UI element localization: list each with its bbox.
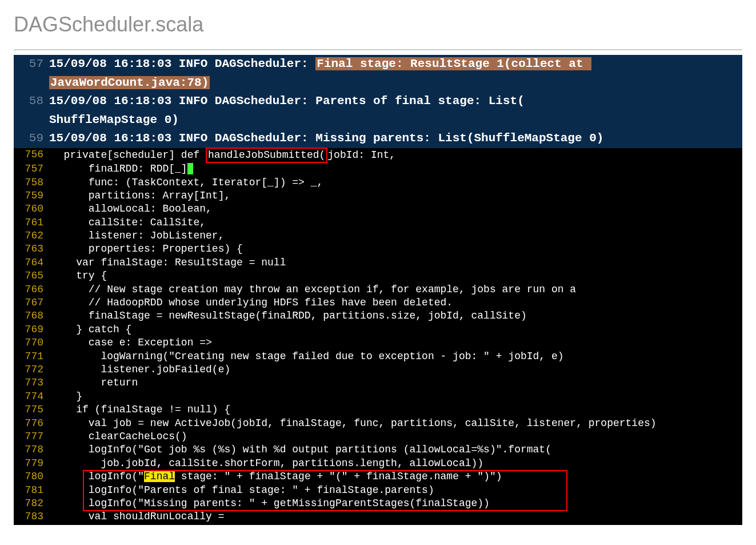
code-line-text[interactable]: listener.jobFailed(e) [51, 363, 742, 376]
code-line-number: 770 [14, 336, 51, 349]
cursor: , [187, 163, 194, 174]
log-line-number: 59 [14, 129, 49, 148]
code-line-number: 758 [14, 176, 51, 189]
code-line-number: 756 [14, 148, 51, 162]
code-row[interactable]: 780 logInfo("Final stage: " + finalStage… [14, 470, 742, 483]
code-line-number: 771 [14, 350, 51, 363]
code-row[interactable]: 760 allowLocal: Boolean, [14, 202, 742, 216]
code-line-text[interactable]: val job = new ActiveJob(jobId, finalStag… [51, 417, 742, 430]
code-line-number: 782 [14, 497, 51, 510]
code-line-text[interactable]: logWarning("Creating new stage failed du… [51, 350, 742, 363]
code-row[interactable]: 756 private[scheduler] def handleJobSubm… [14, 148, 742, 162]
code-line-text[interactable]: clearCacheLocs() [51, 430, 742, 443]
code-row[interactable]: 757 finalRDD: RDD[_], [14, 162, 742, 176]
code-line-number: 761 [14, 216, 51, 229]
code-line-number: 778 [14, 443, 51, 456]
log-line-number: 57 [14, 55, 49, 92]
code-row[interactable]: 761 callSite: CallSite, [14, 216, 742, 229]
code-line-text[interactable]: func: (TaskContext, Iterator[_]) => _, [51, 176, 742, 189]
code-editor[interactable]: 756 private[scheduler] def handleJobSubm… [14, 148, 742, 525]
code-line-number: 775 [14, 403, 51, 416]
code-line-text[interactable]: listener: JobListener, [51, 229, 742, 242]
code-row[interactable]: 770 case e: Exception => [14, 336, 742, 349]
code-line-number: 759 [14, 189, 51, 202]
code-line-text[interactable]: val shouldRunLocally = [51, 510, 742, 523]
search-highlight: Final [144, 471, 175, 482]
code-row[interactable]: 772 listener.jobFailed(e) [14, 363, 742, 376]
code-line-text[interactable]: callSite: CallSite, [51, 216, 742, 229]
code-line-number: 765 [14, 269, 51, 283]
code-line-number: 767 [14, 296, 51, 309]
code-row[interactable]: 774 } [14, 390, 742, 403]
code-line-number: 776 [14, 417, 51, 430]
code-line-text[interactable]: logInfo("Missing parents: " + getMissing… [51, 497, 742, 510]
code-line-number: 781 [14, 484, 51, 497]
code-row[interactable]: 759 partitions: Array[Int], [14, 189, 742, 202]
log-row: 5815/09/08 16:18:03 INFO DAGScheduler: P… [14, 92, 742, 129]
code-line-text[interactable]: if (finalStage != null) { [51, 403, 742, 416]
code-line-text[interactable]: allowLocal: Boolean, [51, 202, 742, 216]
code-line-text[interactable]: return [51, 376, 742, 389]
code-line-text[interactable]: try { [51, 269, 742, 283]
code-line-text[interactable]: private[scheduler] def handleJobSubmitte… [51, 148, 742, 162]
code-row[interactable]: 769 } catch { [14, 323, 742, 336]
log-row: 5715/09/08 16:18:03 INFO DAGScheduler: F… [14, 55, 742, 92]
code-line-number: 757 [14, 162, 51, 176]
code-row[interactable]: 758 func: (TaskContext, Iterator[_]) => … [14, 176, 742, 189]
code-line-text[interactable]: logInfo("Got job %s (%s) with %d output … [51, 443, 742, 456]
code-line-number: 760 [14, 202, 51, 216]
code-row[interactable]: 778 logInfo("Got job %s (%s) with %d out… [14, 443, 742, 456]
code-row[interactable]: 783 val shouldRunLocally = [14, 510, 742, 523]
code-line-text[interactable]: var finalStage: ResultStage = null [51, 256, 742, 269]
code-line-number: 769 [14, 323, 51, 336]
code-line-number: 766 [14, 283, 51, 296]
code-line-text[interactable]: properties: Properties) { [51, 242, 742, 256]
divider [14, 49, 742, 50]
code-line-number: 777 [14, 430, 51, 443]
code-line-text[interactable]: case e: Exception => [51, 336, 742, 349]
code-row[interactable]: 765 try { [14, 269, 742, 283]
code-line-text[interactable]: logInfo("Parents of final stage: " + fin… [51, 484, 742, 497]
code-line-number: 762 [14, 229, 51, 242]
code-line-text[interactable]: // HadoopRDD whose underlying HDFS files… [51, 296, 742, 309]
code-line-text[interactable]: finalStage = newResultStage(finalRDD, pa… [51, 309, 742, 323]
code-row[interactable]: 767 // HadoopRDD whose underlying HDFS f… [14, 296, 742, 309]
code-line-number: 764 [14, 256, 51, 269]
code-line-number: 763 [14, 242, 51, 256]
log-line-text: 15/09/08 16:18:03 INFO DAGScheduler: Mis… [49, 129, 742, 148]
code-line-number: 780 [14, 470, 51, 483]
log-line-text: 15/09/08 16:18:03 INFO DAGScheduler: Par… [49, 92, 742, 129]
code-row[interactable]: 775 if (finalStage != null) { [14, 403, 742, 416]
page-title: DAGScheduler.scala [0, 0, 756, 49]
code-row[interactable]: 771 logWarning("Creating new stage faile… [14, 350, 742, 363]
code-row[interactable]: 781 logInfo("Parents of final stage: " +… [14, 484, 742, 497]
code-row[interactable]: 768 finalStage = newResultStage(finalRDD… [14, 309, 742, 323]
code-row[interactable]: 766 // New stage creation may throw an e… [14, 283, 742, 296]
code-line-text[interactable]: finalRDD: RDD[_], [51, 162, 742, 176]
code-row[interactable]: 762 listener: JobListener, [14, 229, 742, 242]
code-line-number: 772 [14, 363, 51, 376]
code-row[interactable]: 779 job.jobId, callSite.shortForm, parti… [14, 457, 742, 470]
log-line-number: 58 [14, 92, 49, 129]
log-line-text: 15/09/08 16:18:03 INFO DAGScheduler: Fin… [49, 55, 742, 92]
code-row[interactable]: 776 val job = new ActiveJob(jobId, final… [14, 417, 742, 430]
code-row[interactable]: 773 return [14, 376, 742, 389]
log-row: 5915/09/08 16:18:03 INFO DAGScheduler: M… [14, 129, 742, 148]
code-line-number: 773 [14, 376, 51, 389]
code-line-number: 783 [14, 510, 51, 523]
code-line-number: 768 [14, 309, 51, 323]
code-line-text[interactable]: job.jobId, callSite.shortForm, partition… [51, 457, 742, 470]
code-line-number: 779 [14, 457, 51, 470]
code-row[interactable]: 782 logInfo("Missing parents: " + getMis… [14, 497, 742, 510]
code-row[interactable]: 764 var finalStage: ResultStage = null [14, 256, 742, 269]
code-line-text[interactable]: partitions: Array[Int], [51, 189, 742, 202]
code-line-text[interactable]: // New stage creation may throw an excep… [51, 283, 742, 296]
code-line-text[interactable]: } [51, 390, 742, 403]
highlight-box: handleJobSubmitted( [206, 148, 327, 163]
code-line-text[interactable]: } catch { [51, 323, 742, 336]
code-line-number: 774 [14, 390, 51, 403]
log-output: 5715/09/08 16:18:03 INFO DAGScheduler: F… [14, 55, 742, 148]
code-row[interactable]: 777 clearCacheLocs() [14, 430, 742, 443]
code-row[interactable]: 763 properties: Properties) { [14, 242, 742, 256]
code-line-text[interactable]: logInfo("Final stage: " + finalStage + "… [51, 470, 742, 483]
